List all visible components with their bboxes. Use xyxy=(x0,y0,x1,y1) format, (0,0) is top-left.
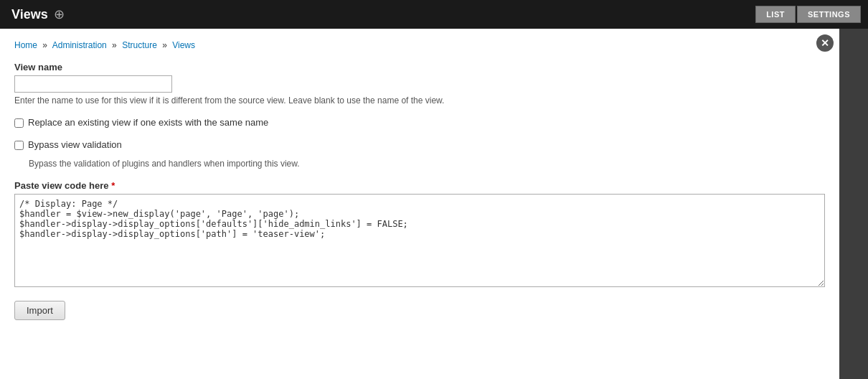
header-bar: Views ⊕ LIST SETTINGS xyxy=(0,0,868,29)
settings-button[interactable]: SETTINGS xyxy=(797,6,861,23)
import-button-wrapper: Import xyxy=(14,301,825,320)
replace-checkbox-group: Replace an existing view if one exists w… xyxy=(14,117,825,128)
replace-checkbox[interactable] xyxy=(14,118,24,128)
bypass-checkbox[interactable] xyxy=(14,141,24,150)
breadcrumb-administration[interactable]: Administration xyxy=(52,40,107,50)
app-title: Views xyxy=(11,7,48,22)
content-panel: ✕ Home » Administration » Structure » Vi… xyxy=(0,29,839,379)
breadcrumb-structure[interactable]: Structure xyxy=(122,40,157,50)
bypass-checkbox-description: Bypass the validation of plugins and han… xyxy=(29,159,825,169)
replace-checkbox-label: Replace an existing view if one exists w… xyxy=(28,117,268,128)
view-name-label: View name xyxy=(14,62,825,72)
view-name-input[interactable] xyxy=(14,75,172,93)
bypass-checkbox-label: Bypass view validation xyxy=(28,139,122,150)
breadcrumb-home[interactable]: Home xyxy=(14,40,37,50)
add-icon[interactable]: ⊕ xyxy=(54,8,65,21)
close-button[interactable]: ✕ xyxy=(816,34,834,52)
bypass-checkbox-group: Bypass view validation Bypass the valida… xyxy=(14,139,825,169)
required-marker: * xyxy=(111,180,115,191)
header-buttons: LIST SETTINGS xyxy=(755,6,861,23)
breadcrumb-sep-3: » xyxy=(162,40,167,50)
view-name-group: View name Enter the name to use for this… xyxy=(14,62,825,106)
replace-checkbox-wrapper: Replace an existing view if one exists w… xyxy=(14,117,825,128)
title-group: Views ⊕ xyxy=(11,7,65,22)
view-name-description: Enter the name to use for this view if i… xyxy=(14,95,825,106)
list-button[interactable]: LIST xyxy=(755,6,796,23)
paste-code-textarea[interactable] xyxy=(14,194,825,287)
breadcrumb-sep-1: » xyxy=(42,40,47,50)
right-sidebar xyxy=(839,29,868,379)
breadcrumb-views[interactable]: Views xyxy=(172,40,195,50)
bypass-checkbox-wrapper: Bypass view validation xyxy=(14,139,825,150)
paste-code-group: Paste view code here * xyxy=(14,180,825,289)
import-button[interactable]: Import xyxy=(14,301,65,320)
main-layout: ✕ Home » Administration » Structure » Vi… xyxy=(0,29,868,379)
breadcrumb-sep-2: » xyxy=(112,40,117,50)
breadcrumb: Home » Administration » Structure » View… xyxy=(14,40,825,50)
paste-code-label: Paste view code here * xyxy=(14,180,825,191)
